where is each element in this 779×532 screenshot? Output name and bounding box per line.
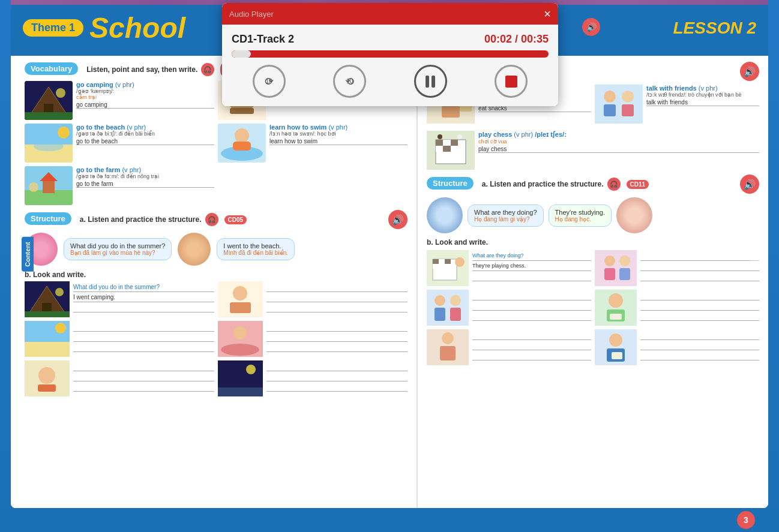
time-total: 00:35 (521, 33, 549, 45)
svg-rect-65 (433, 264, 439, 269)
svg-rect-62 (433, 259, 439, 264)
stop-button[interactable] (495, 65, 528, 98)
time-separator: / (515, 33, 521, 45)
forward-button[interactable]: ⟲ 10 (333, 65, 366, 98)
rewind-button[interactable]: ⟳ 10 (253, 65, 286, 98)
lw-line-empty6b (266, 373, 408, 381)
vocab-img-farm (25, 166, 73, 205)
rv-en-chess: play chess (478, 146, 759, 153)
lw-line-empty3a (73, 323, 214, 332)
right-column: 🔊 eat (418, 56, 768, 508)
rlw-item-6 (595, 329, 759, 365)
pause-button[interactable] (414, 65, 447, 98)
rewind-icon: ⟳ 10 (253, 65, 286, 98)
lw-lines-3 (73, 323, 214, 352)
structure-audio-icon-left[interactable]: 🎧 (205, 213, 218, 226)
rlw-item-5 (427, 329, 591, 365)
structure-instruction-right: a. Listen and practice the structure. (482, 180, 604, 188)
rlw-line-empty2a (640, 253, 759, 261)
lw-item-6 (218, 360, 408, 396)
vocab-phonetic-camping: /ɡəʊ ˈkæmpɪŋ/: (76, 88, 214, 94)
vocab-header-badge: Vocabulary (25, 62, 78, 75)
svg-point-78 (609, 293, 623, 308)
lw-line-empty1 (73, 304, 214, 312)
modal-close-button[interactable]: × (544, 8, 551, 20)
rlw-line-empty3a (472, 292, 591, 300)
progress-bar[interactable] (232, 50, 549, 58)
lw-line-empty2c (266, 304, 408, 312)
svg-rect-4 (25, 112, 73, 120)
content-tab[interactable]: Content (22, 237, 34, 272)
svg-rect-54 (443, 140, 451, 146)
lw-line-empty2b (266, 294, 408, 302)
lw-item-2 (218, 281, 408, 317)
dialog-bubble-answer-left: I went to the beach. Mình đã đi đến bãi … (217, 238, 295, 260)
vocab-phonetic-farm: /ɡəʊ tə ðə fɑːm/: đi đến nông trại (76, 173, 214, 179)
left-column: Vocabulary Listen, point and say, then w… (16, 56, 418, 508)
rlw-item-2 (595, 250, 759, 286)
lw-img-1 (25, 281, 70, 317)
svg-point-82 (442, 332, 454, 344)
lw-line-empty5c (73, 383, 214, 392)
structure-audio-icon-right[interactable]: 🎧 (607, 178, 621, 191)
rlw-line-empty5b (472, 342, 591, 350)
rlw-line-a1: They're playing chess. (472, 263, 591, 271)
svg-point-15 (235, 128, 249, 143)
audio-player-modal: Audio Player × CD1-Track 2 00:02 / 00:35… (222, 3, 558, 106)
lw-item-4 (218, 321, 408, 357)
lw-img-5 (25, 360, 70, 396)
vocab-instruction: Listen, point and say, then write. (86, 65, 197, 74)
svg-rect-26 (25, 311, 70, 317)
svg-rect-16 (233, 142, 251, 151)
look-write-left: b. Look and write. (25, 270, 408, 396)
svg-rect-72 (427, 290, 469, 326)
rlw-lines-5 (472, 332, 591, 360)
svg-point-37 (38, 367, 55, 384)
rv-viet-chess: chơi cờ vua (478, 139, 759, 145)
svg-rect-64 (445, 259, 451, 264)
rlw-img-6 (595, 329, 637, 365)
rlw-line-empty4b (640, 302, 759, 311)
look-write-right: b. Look and write. (427, 238, 759, 365)
rlw-line-q1: What are they doing? (472, 253, 591, 261)
structure-dialog-left: What did you do in the summer? Bạn đã là… (25, 233, 408, 266)
rlw-line-empty4a (640, 292, 759, 300)
player-info: CD1-Track 2 00:02 / 00:35 (232, 33, 549, 46)
vocab-text-camping: go camping (v phr) /ɡəʊ ˈkæmpɪŋ/: cắm tr… (76, 81, 214, 109)
lesson-badge: LESSON 2 (673, 19, 756, 38)
nav-arrow-right[interactable]: › (750, 239, 768, 269)
vocab-audio-icon[interactable]: 🎧 (201, 63, 214, 76)
structure-audio-btn-left[interactable]: 🔊 (388, 210, 408, 229)
svg-point-49 (622, 91, 634, 103)
vocab-img-beach (25, 124, 73, 163)
pause-icon-circle (414, 65, 447, 98)
forward-label: 10 (346, 78, 353, 85)
svg-point-58 (438, 134, 442, 139)
rlw-lines-1: What are they doing? They're playing che… (472, 253, 591, 281)
modal-body: CD1-Track 2 00:02 / 00:35 ⟳ 10 ⟲ 10 (222, 25, 558, 106)
svg-point-21 (29, 182, 38, 192)
svg-rect-8 (230, 108, 254, 114)
svg-point-40 (246, 365, 256, 374)
rlw-img-2 (595, 250, 637, 286)
svg-rect-55 (451, 140, 458, 146)
svg-point-75 (450, 295, 461, 306)
svg-point-73 (435, 295, 445, 306)
forward-icon: ⟲ 10 (333, 65, 366, 98)
vocab-en-camping: go camping (76, 101, 214, 109)
right-lw-grid: What are they doing? They're playing che… (427, 250, 759, 365)
right-audio-btn-top[interactable]: 🔊 (740, 62, 759, 81)
character-girl2 (178, 233, 211, 266)
svg-rect-69 (604, 268, 615, 280)
vocab-title-beach: go to the beach (v phr) (76, 124, 214, 131)
audio-button-header[interactable]: 🔊 (582, 18, 600, 36)
lw-line-empty2a (266, 284, 408, 292)
lw-line-q1: What did you do in the summer? (73, 284, 214, 292)
rlw-img-3 (427, 290, 469, 326)
structure-audio-btn-right[interactable]: 🔊 (740, 175, 759, 194)
svg-rect-87 (612, 352, 622, 359)
svg-rect-48 (604, 104, 616, 116)
rlw-line-empty6c (640, 352, 759, 360)
rlw-img-5 (427, 329, 469, 365)
time-display: 00:02 / 00:35 (484, 33, 549, 46)
